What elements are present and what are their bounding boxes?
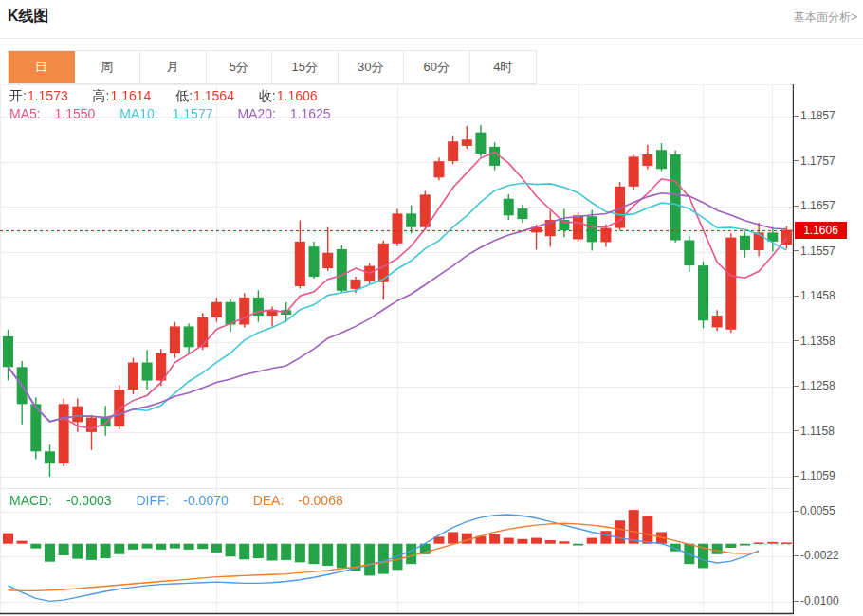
axis-tick: [794, 476, 799, 477]
high-value: 1.1614: [111, 88, 152, 103]
tab-5min[interactable]: 5分: [207, 51, 273, 83]
low-value: 1.1564: [193, 88, 234, 103]
ma10-value: 1.1577: [173, 106, 213, 121]
price-axis-label: 1.1258: [794, 379, 835, 392]
axis-tick: [794, 340, 799, 341]
ma5-label: MA5:: [9, 106, 41, 121]
price-axis-label: 1.1657: [794, 199, 835, 212]
ma5-value: 1.1550: [55, 106, 96, 121]
header: K线图 基本面分析>: [0, 0, 863, 38]
period-tabs: 日 周 月 5分 15分 30分 60分 4时: [8, 50, 537, 84]
axis-tick: [794, 555, 799, 556]
tab-day[interactable]: 日: [9, 51, 75, 83]
macd-legend: MACD: -0.0003 DIFF: -0.0070 DEA: -0.0068: [9, 493, 364, 508]
price-axis-label: 1.1358: [794, 335, 835, 348]
axis-tick: [794, 296, 799, 297]
diff-label: DIFF:: [136, 493, 169, 508]
axis-tick: [794, 511, 799, 512]
current-price-tag: 1.1606: [795, 222, 847, 239]
price-axis-label: 1.1158: [794, 425, 835, 438]
ohlc-legend: 开:1.1573 高:1.1614 低:1.1564 收:1.1606: [9, 88, 339, 105]
close-label: 收:: [259, 88, 276, 103]
page-title: K线图: [8, 7, 49, 27]
diff-value: -0.0070: [183, 493, 228, 508]
candlestick-chart-canvas[interactable]: [0, 84, 794, 616]
tab-30min[interactable]: 30分: [339, 51, 405, 83]
tab-month[interactable]: 月: [140, 51, 207, 83]
macd-label: MACD:: [9, 493, 52, 508]
chart-area: 开:1.1573 高:1.1614 低:1.1564 收:1.1606 MA5:…: [0, 84, 863, 616]
fundamental-analysis-link[interactable]: 基本面分析>: [794, 9, 857, 26]
tab-4hour[interactable]: 4时: [470, 51, 537, 83]
header-divider: [0, 38, 863, 39]
tab-15min[interactable]: 15分: [272, 51, 339, 83]
open-value: 1.1573: [28, 88, 68, 103]
axis-tick: [794, 601, 799, 602]
price-axis-label: 1.1458: [794, 289, 835, 302]
dea-value: -0.0068: [298, 493, 342, 508]
ma10-label: MA10:: [119, 106, 157, 121]
ma-legend: MA5: 1.1550 MA10: 1.1577 MA20: 1.1625: [9, 106, 352, 121]
axis-tick: [794, 160, 799, 161]
price-axis-label: 1.1557: [794, 245, 835, 258]
macd-axis-label: -0.0022: [794, 549, 839, 562]
tab-60min[interactable]: 60分: [404, 51, 470, 83]
tab-week[interactable]: 周: [75, 51, 141, 83]
macd-axis-label: 0.0055: [794, 504, 835, 517]
price-axis-label: 1.1757: [794, 154, 835, 168]
close-value: 1.1606: [277, 88, 318, 103]
axis-tick: [794, 386, 799, 387]
open-label: 开:: [9, 88, 27, 103]
high-label: 高:: [93, 88, 110, 103]
low-label: 低:: [175, 88, 193, 103]
macd-value: -0.0003: [66, 493, 111, 508]
axis-tick: [794, 206, 799, 207]
ma20-value: 1.1625: [290, 106, 331, 121]
price-axis-label: 1.1857: [794, 109, 835, 122]
y-axis: 1.18571.17571.16571.15571.14581.13581.12…: [794, 84, 863, 616]
ma20-label: MA20:: [237, 106, 275, 121]
axis-tick: [794, 116, 799, 117]
axis-tick: [794, 430, 799, 431]
axis-tick: [794, 250, 799, 251]
macd-axis-label: -0.0100: [794, 594, 839, 607]
dea-label: DEA:: [253, 493, 285, 508]
price-axis-label: 1.1059: [794, 469, 835, 482]
